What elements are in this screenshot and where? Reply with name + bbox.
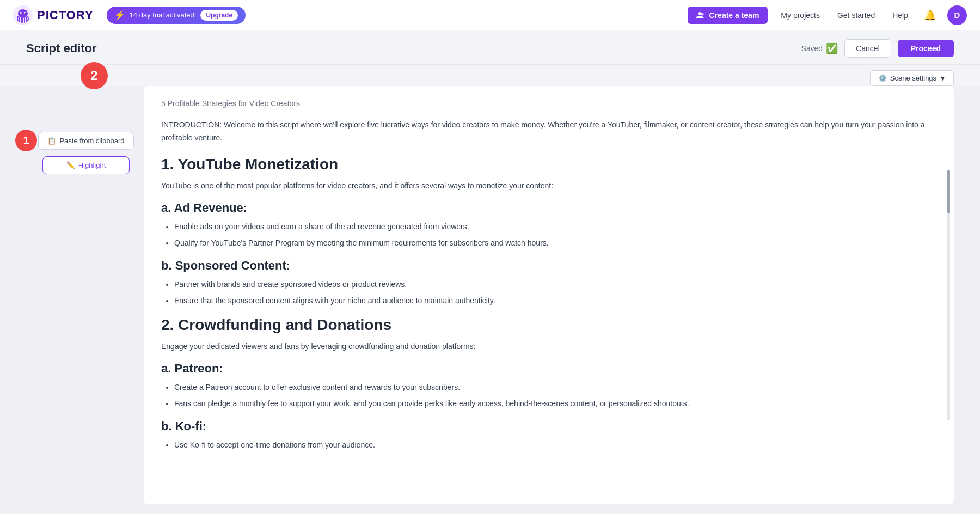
create-team-label: Create a team <box>709 11 759 20</box>
bullet-item: Use Ko-fi to accept one-time donations f… <box>174 439 936 452</box>
scene-settings-button[interactable]: ⚙️ Scene settings ▼ <box>870 70 954 86</box>
bullet-item: Ensure that the sponsored content aligns… <box>174 295 936 308</box>
highlighter-icon: ✏️ <box>66 161 75 169</box>
bullet-item: Enable ads on your videos and earn a sha… <box>174 221 936 234</box>
subsection-2b-heading: b. Ko-fi: <box>161 419 936 433</box>
page-title: Script editor <box>26 41 97 56</box>
chevron-down-icon: ▼ <box>940 75 946 82</box>
paste-from-clipboard-button[interactable]: 📋 Paste from clipboard <box>38 132 133 150</box>
bullet-item: Create a Patreon account to offer exclus… <box>174 381 936 394</box>
cancel-button[interactable]: Cancel <box>844 39 891 58</box>
svg-point-4 <box>21 13 22 14</box>
clipboard-icon: 📋 <box>47 137 56 145</box>
create-team-button[interactable]: Create a team <box>688 7 768 24</box>
help-link[interactable]: Help <box>888 11 912 20</box>
section-2-desc: Engage your dedicated viewers and fans b… <box>161 340 936 353</box>
left-sidebar: 2 1 📋 Paste from clipboard ✏️ Highlight <box>26 95 135 504</box>
logo-icon <box>13 5 33 25</box>
scene-settings-bar: ⚙️ Scene settings ▼ <box>0 65 980 86</box>
trial-text: 14 day trial activated! <box>130 11 197 19</box>
section-1-desc: YouTube is one of the most popular platf… <box>161 180 936 193</box>
upgrade-button[interactable]: Upgrade <box>200 10 238 21</box>
subsection-1a-heading: a. Ad Revenue: <box>161 201 936 215</box>
header-actions: Saved ✅ Cancel Proceed <box>801 39 954 58</box>
bullet-item: Fans can pledge a monthly fee to support… <box>174 397 936 411</box>
saved-check-icon: ✅ <box>826 42 838 54</box>
top-navigation: PICTORY ⚡ 14 day trial activated! Upgrad… <box>0 0 980 30</box>
gear-icon: ⚙️ <box>878 74 887 82</box>
scrollbar-thumb[interactable] <box>947 170 950 213</box>
editor-panel[interactable]: 5 Profitable Strategies for Video Creato… <box>144 86 954 504</box>
trial-badge: ⚡ 14 day trial activated! Upgrade <box>107 7 246 24</box>
get-started-link[interactable]: Get started <box>833 11 879 20</box>
proceed-button[interactable]: Proceed <box>898 40 954 57</box>
script-title: 5 Profitable Strategies for Video Creato… <box>161 99 936 108</box>
highlight-button[interactable]: ✏️ Highlight <box>42 156 130 174</box>
scene-settings-label: Scene settings <box>890 74 936 82</box>
step-1-badge: 1 <box>15 130 37 151</box>
saved-indicator: Saved ✅ <box>801 42 838 54</box>
svg-point-6 <box>698 12 701 15</box>
svg-point-1 <box>18 9 28 18</box>
subsection-2a-heading: a. Patreon: <box>161 362 936 376</box>
step-2-badge: 2 <box>81 62 108 89</box>
bullet-item: Qualify for YouTube's Partner Program by… <box>174 237 936 250</box>
subsection-1b-heading: b. Sponsored Content: <box>161 259 936 273</box>
notification-bell[interactable]: 🔔 <box>921 7 939 24</box>
scrollbar-track[interactable] <box>947 170 950 421</box>
saved-label: Saved <box>801 44 823 53</box>
section-2-heading: 2. Crowdfunding and Donations <box>161 316 936 334</box>
logo-text: PICTORY <box>37 8 94 22</box>
subsection-1b-bullets: Partner with brands and create sponsored… <box>174 278 936 308</box>
svg-point-7 <box>701 13 703 15</box>
subsection-2b-bullets: Use Ko-fi to accept one-time donations f… <box>174 439 936 452</box>
svg-point-5 <box>25 13 26 14</box>
subsection-1a-bullets: Enable ads on your videos and earn a sha… <box>174 221 936 250</box>
team-icon <box>696 11 705 20</box>
main-content: 2 1 📋 Paste from clipboard ✏️ Highlight … <box>0 86 980 513</box>
page-header: Script editor Saved ✅ Cancel Proceed <box>0 30 980 65</box>
user-avatar[interactable]: D <box>947 5 967 25</box>
section-1-heading: 1. YouTube Monetization <box>161 156 936 173</box>
subsection-2a-bullets: Create a Patreon account to offer exclus… <box>174 381 936 411</box>
bullet-item: Partner with brands and create sponsored… <box>174 278 936 291</box>
logo: PICTORY <box>13 5 94 25</box>
intro-text: INTRODUCTION: Welcome to this script whe… <box>161 119 936 145</box>
my-projects-link[interactable]: My projects <box>776 11 824 20</box>
